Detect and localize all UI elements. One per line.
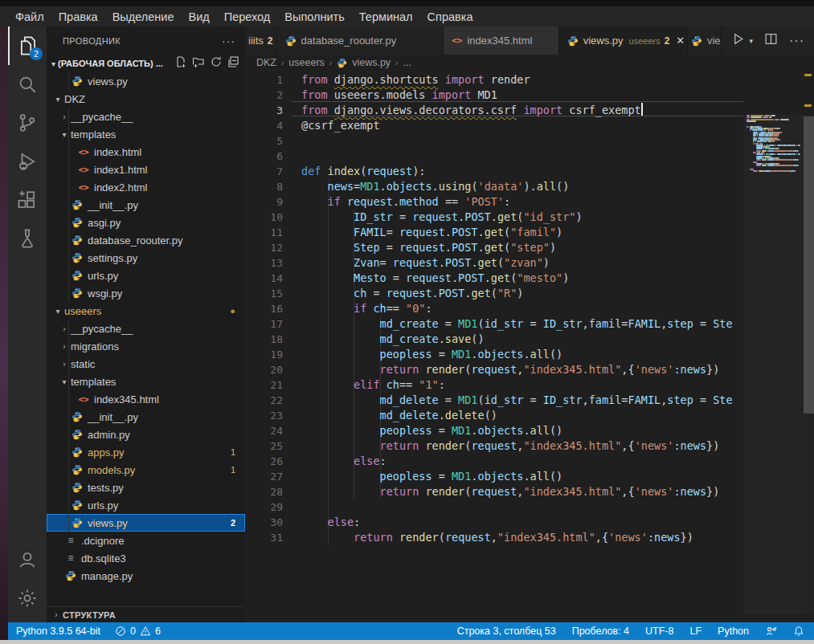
new-folder-icon[interactable] bbox=[192, 55, 205, 71]
activity-search[interactable] bbox=[8, 65, 47, 104]
activity-testing[interactable] bbox=[8, 219, 47, 258]
tree-item-wsgi.py[interactable]: wsgi.py bbox=[47, 284, 245, 302]
vertical-scrollbar[interactable] bbox=[804, 115, 814, 614]
minimap-line-mark bbox=[763, 141, 767, 142]
code-editor[interactable]: 1234567891011121314151617181920212223242… bbox=[245, 71, 814, 614]
split-editor-button[interactable] bbox=[764, 32, 778, 49]
tree-item-manage.py[interactable]: manage.py bbox=[47, 567, 245, 585]
source-control-icon bbox=[17, 112, 38, 133]
menu-item-3[interactable]: Выделение bbox=[105, 9, 182, 25]
tab-views.py[interactable]: views.pyuseeers2✕ bbox=[559, 26, 688, 55]
menu-item-2[interactable]: Правка bbox=[51, 9, 105, 25]
run-python-button[interactable] bbox=[731, 32, 745, 49]
collapse-all-icon[interactable] bbox=[227, 55, 240, 71]
file-tree: views.py▾DKZ›__pycache__▾templates<>inde… bbox=[47, 72, 245, 585]
minimap-column[interactable] bbox=[743, 115, 804, 614]
outline-section-header[interactable]: › СТРУКТУРА bbox=[47, 606, 245, 622]
tree-item-tests.py[interactable]: tests.py bbox=[47, 479, 245, 496]
workspace-header[interactable]: ▾ (РАБОЧАЯ ОБЛАСТЬ) ... bbox=[47, 55, 245, 72]
tree-item-index345.html[interactable]: <>index345.html bbox=[47, 390, 245, 408]
minimap[interactable] bbox=[747, 115, 801, 177]
activity-run-debug[interactable] bbox=[8, 142, 47, 181]
activity-source-control[interactable] bbox=[8, 104, 47, 142]
tree-item-settings.py[interactable]: settings.py bbox=[47, 249, 245, 267]
menu-item-4[interactable]: Вид bbox=[181, 9, 216, 25]
minimap-line-mark bbox=[753, 170, 758, 172]
tree-indent-guide bbox=[68, 426, 69, 443]
close-icon[interactable]: ✕ bbox=[676, 35, 685, 47]
tree-indent-guide bbox=[68, 178, 69, 196]
python-icon bbox=[71, 234, 84, 247]
tree-item-index.html[interactable]: <>index.html bbox=[47, 143, 245, 161]
tree-item-index2.html[interactable]: <>index2.html bbox=[47, 178, 245, 196]
breadcrumb-item[interactable]: ... bbox=[403, 57, 411, 68]
tab-iiits[interactable]: iiits2● bbox=[245, 26, 277, 55]
minimap-line-mark bbox=[768, 165, 774, 166]
vertical-scrollbar-thumb[interactable] bbox=[804, 116, 814, 414]
tree-item-apps.py[interactable]: apps.py1 bbox=[47, 443, 245, 461]
menu-item-5[interactable]: Переход bbox=[217, 9, 278, 25]
status-eol[interactable]: LF bbox=[689, 626, 702, 637]
tree-indent-guide bbox=[68, 373, 69, 390]
activity-extensions[interactable] bbox=[8, 181, 47, 219]
run-dropdown-chevron[interactable]: ▾ bbox=[749, 37, 753, 45]
tree-item-static[interactable]: ›static bbox=[47, 355, 245, 373]
status-feedback[interactable] bbox=[765, 626, 777, 638]
tree-item-admin.py[interactable]: admin.py bbox=[47, 426, 245, 443]
tree-item-views.py[interactable]: views.py bbox=[47, 72, 245, 90]
code-line: Zvan= request.POST.get("zvan") bbox=[301, 255, 550, 271]
tree-item-migrations[interactable]: ›migrations bbox=[47, 337, 245, 355]
line-number: 10 bbox=[245, 210, 283, 225]
line-number: 7 bbox=[245, 164, 283, 179]
code-line: md_create = MD1(id_str = ID_str,famil=FA… bbox=[301, 316, 733, 332]
code-line: else: bbox=[301, 454, 387, 469]
activity-accounts[interactable] bbox=[8, 540, 47, 579]
problems-status[interactable]: 06 bbox=[115, 626, 161, 637]
status-language-mode[interactable]: Python bbox=[718, 626, 749, 637]
tree-item-DKZ[interactable]: ▾DKZ bbox=[47, 90, 245, 108]
tree-item-urls.py[interactable]: urls.py bbox=[47, 496, 245, 514]
menu-item-8[interactable]: Справка bbox=[420, 9, 481, 25]
tab-database_roouter.py[interactable]: database_roouter.py bbox=[277, 26, 444, 55]
tree-item-database_roouter.py[interactable]: database_roouter.py bbox=[47, 231, 245, 249]
refresh-icon[interactable] bbox=[210, 55, 223, 71]
python-icon bbox=[71, 198, 84, 211]
breadcrumb-item[interactable]: views.py bbox=[352, 57, 391, 68]
status-encoding[interactable]: UTF-8 bbox=[645, 626, 673, 637]
breadcrumb-item[interactable]: useeers bbox=[288, 57, 324, 68]
tree-item-__pycache__[interactable]: ›__pycache__ bbox=[47, 320, 245, 337]
tree-item-models.py[interactable]: models.py1 bbox=[47, 461, 245, 479]
tree-item-index1.html[interactable]: <>index1.html bbox=[47, 161, 245, 178]
menu-item-1[interactable]: Файл bbox=[8, 9, 51, 25]
tree-item-db.sqlite3[interactable]: ≡db.sqlite3 bbox=[47, 549, 245, 567]
tree-item-.dcignore[interactable]: ≡.dcignore bbox=[47, 532, 245, 549]
code-line: peopless = MD1.objects.all() bbox=[301, 423, 562, 438]
editor-more-actions-button[interactable]: ··· bbox=[789, 34, 804, 48]
tree-item-__init__.py[interactable]: __init__.py bbox=[47, 196, 245, 214]
breadcrumb-item[interactable]: DKZ bbox=[256, 57, 276, 68]
tree-item-templates[interactable]: ▾templates bbox=[47, 373, 245, 390]
tree-item-templates[interactable]: ▾templates bbox=[47, 125, 245, 143]
tree-item-label: __pycache__ bbox=[71, 323, 133, 335]
menu-item-6[interactable]: Выполнить bbox=[277, 9, 351, 25]
tree-item-__init__.py[interactable]: __init__.py bbox=[47, 408, 245, 426]
tree-item-urls.py[interactable]: urls.py bbox=[47, 267, 245, 284]
tab-index345.html[interactable]: <>index345.html bbox=[444, 26, 558, 55]
new-file-icon[interactable] bbox=[174, 55, 187, 71]
status-cursor-position[interactable]: Строка 3, столбец 53 bbox=[457, 626, 556, 637]
tree-item-useeers[interactable]: ▾useeers● bbox=[47, 302, 245, 320]
text-file-icon: ≡ bbox=[64, 552, 77, 565]
menu-item-7[interactable]: Терминал bbox=[352, 9, 420, 25]
activity-explorer[interactable]: 2 bbox=[8, 26, 47, 65]
breadcrumb[interactable]: DKZ›useeers›views.py›... bbox=[245, 55, 814, 71]
tree-item-asgi.py[interactable]: asgi.py bbox=[47, 214, 245, 231]
tab-vie[interactable]: vie bbox=[688, 26, 722, 55]
explorer-more-actions-button[interactable]: ··· bbox=[222, 35, 235, 47]
status-indentation[interactable]: Пробелов: 4 bbox=[572, 626, 629, 637]
tree-item-views.py[interactable]: views.py2 bbox=[47, 514, 245, 532]
activity-settings[interactable] bbox=[8, 579, 47, 618]
status-notifications[interactable] bbox=[793, 626, 804, 637]
python-interpreter-status[interactable]: Python 3.9.5 64-bit bbox=[16, 626, 100, 637]
tree-indent-guide bbox=[68, 143, 69, 161]
tree-item-__pycache__[interactable]: ›__pycache__ bbox=[47, 108, 245, 125]
